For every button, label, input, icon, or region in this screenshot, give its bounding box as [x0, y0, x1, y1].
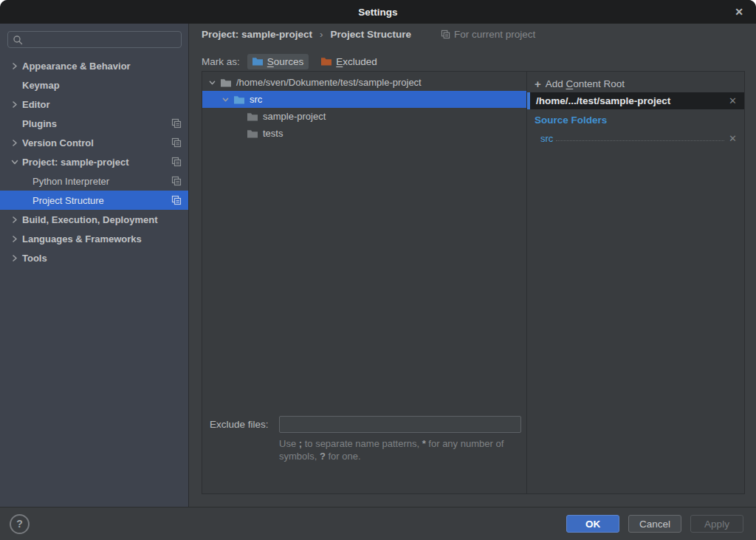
sidebar-item-project-sample-project[interactable]: Project: sample-project — [0, 152, 188, 171]
breadcrumb-page: Project Structure — [331, 29, 412, 40]
breadcrumb-separator-icon: › — [320, 29, 323, 40]
close-icon[interactable]: ✕ — [731, 0, 747, 24]
sidebar-item-tools[interactable]: Tools — [0, 248, 188, 267]
excluded-folder-icon — [320, 55, 332, 67]
per-project-settings-icon — [441, 30, 450, 39]
folder-icon — [220, 77, 232, 89]
project-structure-panels: /home/sven/Dokumente/test/sample-project… — [202, 71, 745, 494]
source-folders-title: Source Folders — [535, 115, 607, 126]
search-input[interactable] — [23, 34, 181, 45]
tree-row-tests[interactable]: tests — [202, 125, 526, 142]
sources-folder-icon — [252, 55, 264, 67]
settings-content: Project: sample-project › Project Struct… — [190, 24, 756, 507]
sidebar-item-plugins[interactable]: Plugins — [0, 114, 188, 133]
remove-content-root-icon[interactable]: ✕ — [729, 95, 737, 106]
per-project-settings-icon — [171, 157, 182, 167]
cancel-button[interactable]: Cancel — [628, 515, 681, 533]
scope-note: For current project — [441, 29, 535, 40]
source-folder-icon — [233, 94, 245, 106]
mark-as-label: Mark as: — [202, 56, 240, 67]
folder-icon — [247, 111, 258, 123]
chevron-right-icon[interactable] — [9, 62, 21, 70]
source-folder-item-src[interactable]: src ✕ — [527, 131, 744, 146]
dotted-leader — [556, 140, 724, 141]
settings-sidebar: Appearance & Behavior Keymap Editor Plug… — [0, 24, 189, 507]
add-content-root-button[interactable]: + Add Content Root — [535, 78, 625, 90]
per-project-settings-icon — [171, 137, 182, 148]
breadcrumb-project: Project: sample-project — [202, 29, 312, 40]
sidebar-item-languages-frameworks[interactable]: Languages & Frameworks — [0, 229, 188, 248]
chevron-right-icon[interactable] — [9, 139, 21, 147]
remove-source-folder-icon[interactable]: ✕ — [729, 133, 737, 144]
help-button[interactable]: ? — [10, 514, 30, 534]
apply-button[interactable]: Apply — [690, 515, 743, 533]
tree-row-sample-project[interactable]: sample-project — [202, 108, 526, 125]
sidebar-item-keymap[interactable]: Keymap — [0, 75, 188, 95]
mark-excluded-button[interactable]: Excluded — [316, 54, 382, 69]
source-folder-name: src — [540, 133, 553, 144]
chevron-down-icon[interactable] — [9, 158, 21, 166]
sidebar-item-version-control[interactable]: Version Control — [0, 133, 188, 152]
content-root-path: /home/.../test/sample-project — [536, 95, 670, 106]
chevron-down-icon[interactable] — [220, 96, 230, 103]
page-title: Settings — [358, 7, 397, 18]
breadcrumb: Project: sample-project › Project Struct… — [202, 29, 535, 40]
exclude-files-label: Exclude files: — [210, 419, 279, 430]
folder-icon — [247, 128, 258, 140]
per-project-settings-icon — [171, 176, 182, 186]
per-project-settings-icon — [171, 195, 182, 205]
mark-sources-button[interactable]: Sources — [247, 54, 309, 69]
content-tree-panel: /home/sven/Dokumente/test/sample-project… — [202, 72, 526, 493]
content-root-panel: + Add Content Root /home/.../test/sample… — [527, 72, 744, 493]
chevron-right-icon[interactable] — [9, 100, 21, 109]
exclude-files-input[interactable] — [279, 416, 521, 433]
directory-tree: /home/sven/Dokumente/test/sample-project… — [202, 74, 526, 142]
chevron-down-icon[interactable] — [207, 79, 217, 86]
sidebar-item-build-execution-deployment[interactable]: Build, Execution, Deployment — [0, 210, 188, 229]
search-icon — [13, 35, 23, 45]
chevron-right-icon[interactable] — [9, 216, 21, 224]
sidebar-item-appearance-behavior[interactable]: Appearance & Behavior — [0, 56, 188, 75]
sidebar-item-editor[interactable]: Editor — [0, 95, 188, 114]
settings-nav: Appearance & Behavior Keymap Editor Plug… — [0, 56, 188, 267]
ok-button[interactable]: OK — [566, 515, 619, 533]
plus-icon: + — [535, 78, 541, 90]
exclude-files-section: Exclude files: Use ; to separate name pa… — [202, 416, 526, 462]
exclude-files-hint: Use ; to separate name patterns, * for a… — [279, 437, 526, 462]
sidebar-item-python-interpreter[interactable]: Python Interpreter — [0, 171, 188, 191]
content-root-item[interactable]: /home/.../test/sample-project ✕ — [527, 92, 744, 109]
chevron-right-icon[interactable] — [9, 235, 21, 243]
per-project-settings-icon — [171, 118, 182, 129]
mark-as-toolbar: Mark as: Sources Excluded — [202, 54, 382, 69]
titlebar: Settings ✕ — [0, 0, 756, 24]
chevron-right-icon[interactable] — [9, 254, 21, 262]
settings-dialog: Settings ✕ Appearance & Behavior Keymap … — [0, 0, 756, 540]
sidebar-item-project-structure[interactable]: Project Structure — [0, 191, 188, 210]
tree-row-content-root[interactable]: /home/sven/Dokumente/test/sample-project — [202, 74, 526, 91]
tree-row-src[interactable]: src — [202, 91, 526, 108]
search-box[interactable] — [7, 31, 182, 48]
dialog-footer: ? OK Cancel Apply — [0, 507, 756, 540]
